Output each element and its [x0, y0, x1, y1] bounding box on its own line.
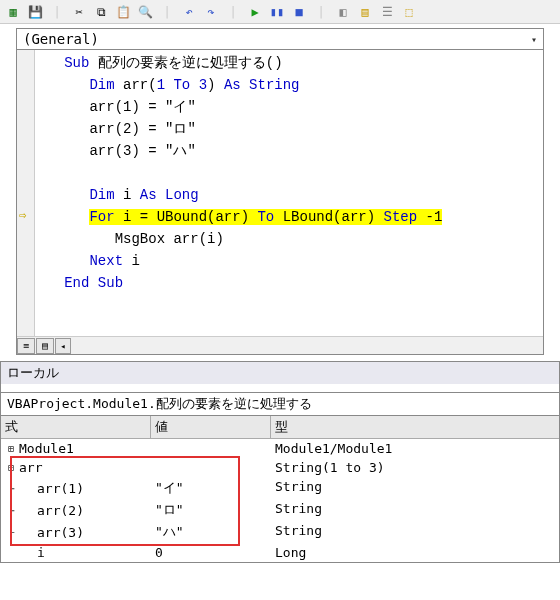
design-icon[interactable]: ◧: [334, 3, 352, 21]
excel-icon[interactable]: ▦: [4, 3, 22, 21]
pause-icon[interactable]: ▮▮: [268, 3, 286, 21]
col-header-value[interactable]: 値: [151, 416, 271, 438]
locals-exp: arr(3): [37, 525, 84, 540]
run-icon[interactable]: ▶: [246, 3, 264, 21]
locals-type: String: [271, 499, 559, 521]
col-header-type[interactable]: 型: [271, 416, 559, 438]
props-icon[interactable]: ☰: [378, 3, 396, 21]
tree-toggle-icon: ├: [5, 505, 17, 516]
chevron-down-icon: ▾: [531, 34, 537, 45]
locals-row[interactable]: ├arr(1)"イ"String: [1, 477, 559, 499]
separator-icon: |: [224, 3, 242, 21]
locals-val: "イ": [151, 477, 271, 499]
locals-val: [151, 458, 271, 477]
code-text[interactable]: Sub 配列の要素を逆に処理する() Dim arr(1 To 3) As St…: [35, 50, 543, 336]
dropdown-value: (General): [23, 31, 99, 47]
paste-icon[interactable]: 📋: [114, 3, 132, 21]
locals-type: String: [271, 521, 559, 543]
cut-icon[interactable]: ✂: [70, 3, 88, 21]
locals-exp: arr(1): [37, 481, 84, 496]
locals-type: String(1 to 3): [271, 458, 559, 477]
undo-icon[interactable]: ↶: [180, 3, 198, 21]
find-icon[interactable]: 🔍: [136, 3, 154, 21]
locals-val: "ロ": [151, 499, 271, 521]
tree-toggle-icon: ├: [5, 483, 17, 494]
locals-row[interactable]: └arr(3)"ハ"String: [1, 521, 559, 543]
separator-icon: |: [312, 3, 330, 21]
locals-title: ローカル: [0, 361, 560, 384]
col-header-expression[interactable]: 式: [1, 416, 151, 438]
execution-pointer-icon: ⇨: [19, 208, 26, 222]
redo-icon[interactable]: ↷: [202, 3, 220, 21]
tree-toggle-icon: └: [5, 527, 17, 538]
tree-toggle-icon[interactable]: ⊞: [5, 443, 17, 454]
locals-header: 式 値 型: [1, 416, 559, 439]
locals-row[interactable]: ⊟arrString(1 to 3): [1, 458, 559, 477]
code-editor[interactable]: ⇨ Sub 配列の要素を逆に処理する() Dim arr(1 To 3) As …: [16, 50, 544, 355]
locals-context: VBAProject.Module1.配列の要素を逆に処理する: [0, 392, 560, 416]
locals-val: [151, 439, 271, 458]
code-scrollbar[interactable]: ≡ ▤ ◂: [17, 336, 543, 354]
locals-row[interactable]: i0Long: [1, 543, 559, 562]
tree-toggle-icon[interactable]: ⊟: [5, 462, 17, 473]
object-dropdown[interactable]: (General) ▾: [16, 28, 544, 50]
locals-exp: arr: [19, 460, 42, 475]
locals-exp: i: [37, 545, 45, 560]
project-icon[interactable]: ▤: [356, 3, 374, 21]
object-icon[interactable]: ⬚: [400, 3, 418, 21]
stop-icon[interactable]: ■: [290, 3, 308, 21]
code-gutter: ⇨: [17, 50, 35, 336]
locals-type: String: [271, 477, 559, 499]
locals-type: Long: [271, 543, 559, 562]
full-view-icon[interactable]: ▤: [36, 338, 54, 354]
separator-icon: |: [48, 3, 66, 21]
locals-val: 0: [151, 543, 271, 562]
separator-icon: |: [158, 3, 176, 21]
locals-val: "ハ": [151, 521, 271, 543]
locals-exp: Module1: [19, 441, 74, 456]
copy-icon[interactable]: ⧉: [92, 3, 110, 21]
procedure-view-icon[interactable]: ≡: [17, 338, 35, 354]
locals-row[interactable]: ├arr(2)"ロ"String: [1, 499, 559, 521]
locals-row[interactable]: ⊞Module1Module1/Module1: [1, 439, 559, 458]
save-icon[interactable]: 💾: [26, 3, 44, 21]
locals-type: Module1/Module1: [271, 439, 559, 458]
toolbar: ▦ 💾 | ✂ ⧉ 📋 🔍 | ↶ ↷ | ▶ ▮▮ ■ | ◧ ▤ ☰ ⬚: [0, 0, 560, 24]
locals-exp: arr(2): [37, 503, 84, 518]
locals-grid: 式 値 型 ⊞Module1Module1/Module1⊟arrString(…: [0, 416, 560, 563]
scroll-left-icon[interactable]: ◂: [55, 338, 71, 354]
